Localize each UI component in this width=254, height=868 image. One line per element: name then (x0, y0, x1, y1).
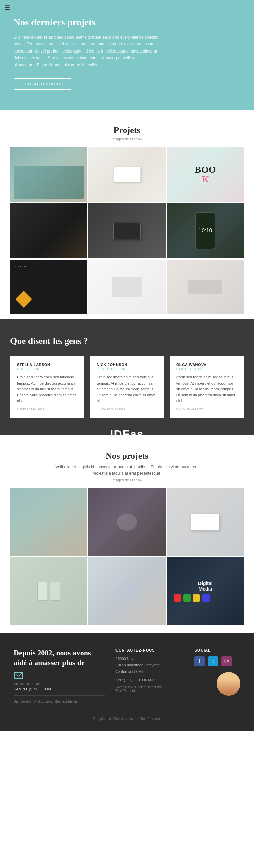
nos-projets-image-abstract[interactable] (88, 557, 165, 625)
nos-projets-image-bags[interactable] (10, 557, 87, 625)
footer-grid: Depuis 2002, nous avons aidé à amasser p… (14, 648, 240, 703)
footer-col-social: SOCIAL f t ⓒ (194, 648, 240, 703)
testimonials-grid: STELLA LARSON DIRECTEUR Proin sed libero… (10, 356, 244, 418)
project-image-book-pink[interactable]: BOOK (167, 147, 244, 202)
contact-button[interactable]: CONTACTEZ-NOUS (14, 78, 71, 90)
project-image-keyboard[interactable] (167, 260, 244, 314)
testimonials-title: Que disent les gens ? (10, 336, 244, 346)
footer-phone: Tél : (111) 360 336 663 (115, 678, 184, 682)
nos-projets-grid-row2: DigitalMedia (10, 557, 244, 625)
testimonial-card-0: STELLA LARSON DIRECTEUR Proin sed libero… (10, 356, 84, 418)
testimonial-role-2: CONCEPTION (176, 367, 237, 371)
project-image-desk[interactable] (88, 260, 165, 314)
footer-col-tagline: Depuis 2002, nous avons aidé à amasser p… (14, 648, 105, 703)
testimonial-name-0: STELLA LARSON (17, 363, 78, 367)
project-image-card-orange[interactable]: DESIGN (10, 260, 87, 314)
project-image-bcard-bw[interactable] (88, 147, 165, 202)
nos-projets-image-team[interactable] (88, 488, 165, 556)
testimonial-text-2: Proin sed libero enim sed faucibus tempu… (176, 374, 237, 404)
testimonial-date-0: LUNDI 20 MAI 2022 (17, 408, 78, 411)
digital-overlay: DigitalMedia (170, 561, 240, 622)
testimonial-card-1: NICK JOHNSON DÉVELOPPEUR Proin sed liber… (90, 356, 164, 418)
testimonials-section: Que disent les gens ? STELLA LARSON DIRE… (0, 319, 254, 435)
footer-sample-text1: Sample text. Click to select the Text El… (14, 700, 105, 703)
nos-projets-image-digital[interactable]: DigitalMedia (167, 557, 244, 625)
testimonial-name-2: OLGA IVANOVA (176, 363, 237, 367)
footer-tagline: Depuis 2002, nous avons aidé à amasser p… (14, 648, 105, 667)
testimonial-text-0: Proin sed libero enim sed faucibus tempu… (17, 374, 78, 404)
hero-text: Business expertise and dedicated teams t… (14, 34, 159, 68)
footer-col-contact: CONTACTEZ-NOUS 25000 Noyer,Hill Ln undef… (115, 648, 184, 703)
projets-sublabel: Images de Freepik (10, 137, 244, 141)
footer-social-title: SOCIAL (194, 648, 240, 652)
nos-projets-image-bcard[interactable] (167, 488, 244, 556)
project-image-card-dark[interactable] (88, 203, 165, 258)
projets-grid-row1: BOOK (10, 147, 244, 202)
testimonial-date-2: LUNDI 20 MAI 2022 (176, 408, 237, 411)
nos-projets-desc: Velit aliquet sagittis id consectetur pu… (10, 464, 244, 477)
testimonial-role-0: DIRECTEUR (17, 367, 78, 371)
twitter-icon[interactable]: t (208, 656, 218, 666)
instagram-icon[interactable]: ⓒ (221, 656, 232, 666)
testimonial-card-2: OLGA IVANOVA CONCEPTION Proin sed libero… (170, 356, 244, 418)
footer-email-label: ADRESSE E-MAIL (14, 682, 105, 686)
facebook-icon[interactable]: f (194, 656, 205, 666)
digital-title: DigitalMedia (174, 581, 237, 592)
testimonial-name-1: NICK JOHNSON (97, 363, 157, 367)
footer-email-value: SAMPLE@INFO.COM (14, 687, 51, 691)
project-image-phone[interactable]: 10:10 (167, 203, 244, 258)
social-icons-group: f t ⓒ (194, 656, 240, 666)
footer-bottom-text: Sample text. Click to select the Text El… (14, 714, 240, 721)
projets-grid-row3: DESIGN (10, 260, 244, 314)
project-image-books-glass[interactable] (10, 147, 87, 202)
footer: Depuis 2002, nous avons aidé à amasser p… (0, 633, 254, 731)
hero-title: Nos derniers projets (14, 17, 240, 28)
nos-projets-title: Nos projets (10, 451, 244, 461)
testimonial-text-1: Proin sed libero enim sed faucibus tempu… (97, 374, 157, 404)
email-icon (14, 672, 23, 679)
footer-contact-title: CONTACTEZ-NOUS (115, 648, 184, 652)
menu-icon[interactable]: ☰ (5, 4, 10, 12)
projets-title: Projets (10, 125, 244, 136)
hero-section: Nos derniers projets Business expertise … (0, 0, 254, 110)
projets-section: Projets Images de Freepik BOOK 10:10 (0, 110, 254, 319)
footer-avatar (217, 672, 240, 696)
testimonial-role-1: DÉVELOPPEUR (97, 367, 157, 371)
projets-grid-row2: 10:10 (10, 203, 244, 258)
nos-projets-grid-row1 (10, 488, 244, 556)
nos-projets-sublabel: Images de Freepik (10, 478, 244, 482)
footer-sample-text2: Sample text. Click to select theText Ele… (115, 685, 184, 693)
nos-projets-image-books[interactable] (10, 488, 87, 556)
nos-projets-section: Nos projets Velit aliquet sagittis id co… (0, 435, 254, 633)
footer-address: 25000 Noyer,Hill Ln undefined Lafayette,… (115, 656, 184, 675)
testimonial-date-1: LUNDI 20 JUIN 2022 (97, 408, 157, 411)
project-image-ideas[interactable] (10, 203, 87, 258)
phone-screen: 10:10 (195, 212, 215, 249)
